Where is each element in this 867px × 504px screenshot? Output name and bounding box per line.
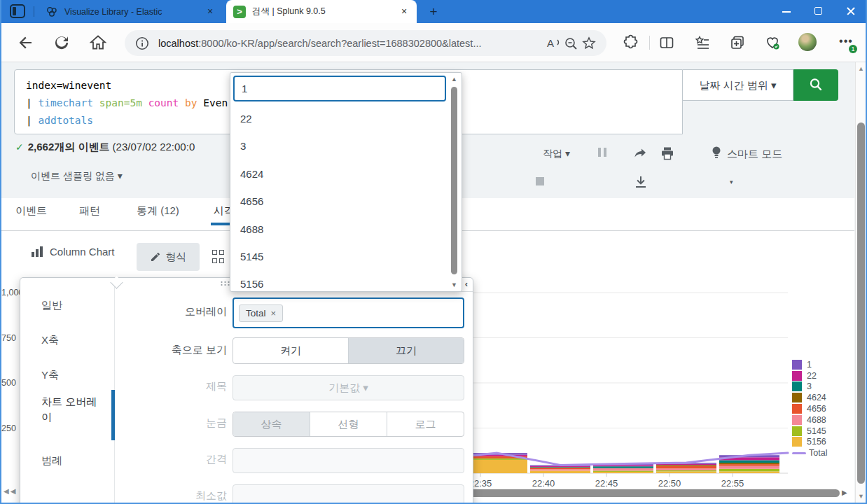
browser-tab-elastic[interactable]: Visualize Library - Elastic × — [39, 0, 223, 23]
zoom-icon[interactable] — [562, 34, 580, 52]
more-menu-icon[interactable]: •••1 — [836, 33, 856, 52]
bar-segment-5145[interactable] — [656, 470, 716, 472]
site-info-icon[interactable] — [133, 34, 151, 52]
favorite-star-icon[interactable] — [580, 34, 598, 52]
legend-item-5145[interactable]: 5145 — [792, 426, 852, 437]
extensions-icon[interactable] — [622, 34, 640, 52]
dropdown-scrollbar[interactable]: ▲ ▼ — [449, 74, 460, 290]
legend-item-5156[interactable]: 5156 — [792, 437, 852, 448]
bar-segment-4624[interactable] — [719, 463, 779, 464]
bar-segment-5156[interactable] — [719, 471, 779, 473]
chart-type-button[interactable]: Column Chart — [32, 246, 115, 258]
close-button[interactable] — [835, 0, 867, 23]
interval-input[interactable] — [233, 448, 464, 473]
bar-segment-4688[interactable] — [719, 466, 779, 469]
bar-segment-5145[interactable] — [593, 470, 653, 472]
browser-essentials-icon[interactable] — [763, 34, 782, 52]
bar-segment-4688[interactable] — [656, 468, 716, 470]
share-icon[interactable] — [632, 146, 648, 161]
dropdown-option-1[interactable]: 1 — [233, 76, 446, 102]
tab-actions-icon[interactable] — [10, 4, 25, 18]
trellis-icon[interactable] — [212, 250, 226, 264]
bar-segment-5145[interactable] — [467, 458, 527, 460]
scroll-down-icon[interactable]: ▼ — [451, 281, 457, 288]
new-tab-button[interactable]: + — [425, 4, 442, 20]
back-icon[interactable] — [15, 33, 35, 52]
collections-icon[interactable] — [728, 34, 747, 52]
url-text[interactable]: localhost:8000/ko-KR/app/search/search?e… — [158, 38, 543, 49]
bar-segment-5156[interactable] — [656, 471, 716, 473]
bar-segment-3[interactable] — [593, 466, 653, 468]
split-screen-icon[interactable] — [658, 34, 676, 52]
bar-segment-4688[interactable] — [530, 469, 590, 470]
bar-segment-3[interactable] — [719, 460, 779, 463]
stop-icon[interactable] — [536, 177, 544, 186]
scrollbar-thumb[interactable] — [451, 87, 457, 274]
view-as-axis-option[interactable]: 켜기 — [233, 338, 348, 363]
tab-statistics[interactable]: 통계 (12) — [137, 204, 179, 218]
profile-avatar[interactable] — [798, 33, 817, 51]
chart-scroll-right-icon[interactable]: ▶ — [842, 489, 847, 496]
dropdown-option-5156[interactable]: 5156 — [230, 271, 446, 298]
min-value-input[interactable] — [233, 484, 464, 503]
tab-patterns[interactable]: 패턴 — [79, 204, 100, 218]
tag-remove-icon[interactable]: × — [271, 308, 277, 318]
title-default-dropdown[interactable]: 기본값 ▾ — [233, 375, 464, 400]
refresh-icon[interactable] — [52, 33, 71, 52]
dropdown-option-4656[interactable]: 4656 — [230, 188, 446, 215]
dropdown-option-5145[interactable]: 5145 — [230, 244, 446, 270]
address-bar[interactable]: localhost:8000/ko-KR/app/search/search?e… — [125, 30, 606, 56]
bar-segment-5145[interactable] — [719, 469, 779, 472]
dropdown-option-4624[interactable]: 4624 — [230, 161, 446, 188]
legend-item-4656[interactable]: 4656 — [792, 403, 852, 414]
bar-segment-4624[interactable] — [656, 465, 716, 466]
event-sampling-menu[interactable]: 이벤트 샘플링 없음 ▾ — [31, 170, 123, 183]
bar-segment-5156[interactable] — [467, 460, 527, 473]
format-button[interactable]: 형식 — [137, 243, 200, 271]
bar-segment-4656[interactable] — [719, 464, 779, 466]
legend-item-22[interactable]: 22 — [792, 370, 852, 382]
dropdown-option-4688[interactable]: 4688 — [230, 216, 446, 243]
page-scrollbar-thumb[interactable] — [857, 122, 865, 484]
smart-mode-menu[interactable]: 스마트 모드 — [727, 148, 782, 161]
search-button[interactable] — [793, 69, 838, 101]
scale-option[interactable]: 상속 — [233, 412, 310, 436]
view-as-axis-option[interactable]: 끄기 — [348, 338, 464, 363]
favorites-list-icon[interactable] — [693, 34, 712, 52]
print-icon[interactable] — [660, 146, 675, 161]
dropdown-option-3[interactable]: 3 — [230, 133, 446, 160]
bar-segment-5156[interactable] — [593, 472, 653, 473]
legend-item-4624[interactable]: 4624 — [792, 392, 852, 403]
tab-close-icon[interactable]: × — [398, 6, 410, 18]
minimize-button[interactable] — [770, 0, 803, 23]
scale-option[interactable]: 로그 — [387, 412, 464, 436]
page-scrollbar[interactable]: ▲ ▼ — [855, 62, 867, 503]
tab-close-icon[interactable]: × — [204, 6, 216, 18]
maximize-button[interactable] — [803, 0, 835, 23]
scroll-up-icon[interactable]: ▲ — [858, 65, 864, 72]
legend-item-Total[interactable]: Total — [792, 447, 852, 458]
bar-segment-5156[interactable] — [530, 470, 590, 473]
home-icon[interactable] — [88, 33, 108, 52]
legend-item-3[interactable]: 3 — [792, 382, 852, 393]
tab-events[interactable]: 이벤트 — [15, 204, 47, 218]
overlay-tag-total[interactable]: Total× — [239, 304, 283, 322]
read-aloud-icon[interactable]: A — [543, 34, 562, 52]
legend-item-1[interactable]: 1 — [792, 359, 852, 370]
bar-segment-4656[interactable] — [656, 466, 716, 469]
bar-segment-4656[interactable] — [530, 468, 590, 470]
dropdown-option-22[interactable]: 22 — [230, 106, 446, 132]
chart-pan-left-icon[interactable]: ◀◀ — [4, 487, 17, 495]
time-range-picker[interactable]: 날짜 시간 범위 ▾ — [683, 69, 793, 101]
pause-icon[interactable] — [597, 148, 608, 159]
bar-segment-4688[interactable] — [593, 468, 653, 471]
job-menu[interactable]: 작업 ▾ — [543, 148, 570, 160]
smart-mode-caret-icon[interactable]: ▾ — [730, 178, 867, 186]
scroll-up-icon[interactable]: ▲ — [451, 76, 457, 83]
browser-tab-splunk[interactable]: > 검색 | Splunk 9.0.5 × — [226, 0, 417, 23]
overlay-multiselect[interactable]: Total× — [233, 298, 464, 328]
scale-option[interactable]: 선형 — [310, 412, 387, 436]
export-icon[interactable] — [633, 174, 648, 190]
scroll-down-icon[interactable]: ▼ — [858, 493, 864, 500]
legend-item-4688[interactable]: 4688 — [792, 414, 852, 426]
